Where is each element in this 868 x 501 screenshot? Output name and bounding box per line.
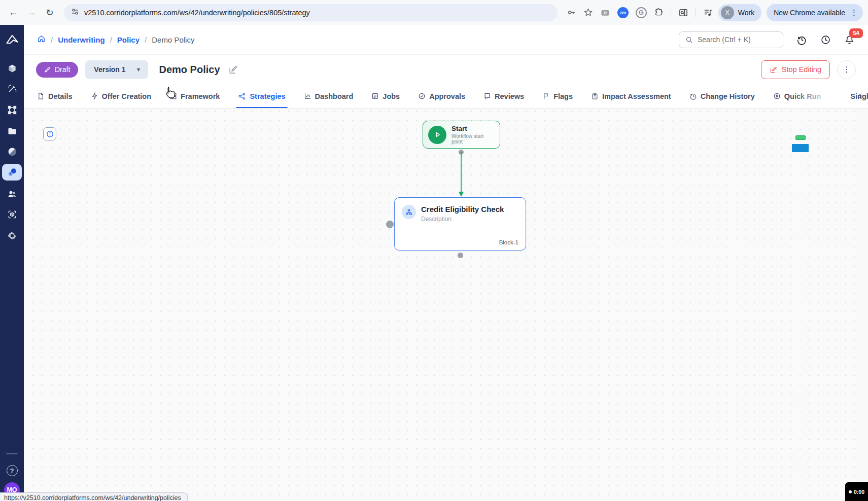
- review-icon: [483, 92, 491, 100]
- sidebar-item-strategies-active[interactable]: [0, 164, 24, 181]
- draft-pencil-icon: [44, 66, 51, 73]
- app-header: / Underwriting / Policy / Demo Policy Se…: [24, 25, 868, 55]
- play-circle-icon: [773, 92, 781, 100]
- recorder-elapsed: 0:00: [854, 489, 864, 495]
- block-node-bottom-handle[interactable]: [458, 253, 463, 258]
- help-icon: ?: [7, 465, 18, 476]
- chrome-update-button[interactable]: New Chrome available ⋮: [767, 4, 863, 21]
- camera-extension-icon[interactable]: [600, 8, 610, 18]
- clipboard-icon: [591, 92, 599, 100]
- notifications-button[interactable]: 54: [844, 34, 855, 45]
- tab-reviews[interactable]: Reviews: [483, 84, 524, 108]
- list-icon: [371, 92, 379, 100]
- tab-dashboard[interactable]: Dashboard: [304, 84, 354, 108]
- password-key-icon[interactable]: [567, 8, 576, 17]
- side-panel-icon[interactable]: [678, 8, 688, 18]
- canvas-info-button[interactable]: [43, 127, 56, 140]
- stop-editing-button[interactable]: Stop Editing: [761, 60, 830, 79]
- global-search-input[interactable]: Search (Ctrl + K): [679, 31, 783, 48]
- sidebar-item-files[interactable]: [0, 123, 24, 139]
- sidebar-divider: [6, 453, 18, 454]
- browser-reload-button[interactable]: ↻: [42, 5, 58, 21]
- address-bar[interactable]: v2510.corridorplatforms.com/ws/42/underw…: [64, 4, 558, 21]
- edit-icon: [770, 66, 777, 74]
- tabs-overflow-fade: [792, 84, 848, 108]
- help-button[interactable]: ?: [0, 463, 24, 478]
- breadcrumb-underwriting[interactable]: Underwriting: [58, 35, 105, 44]
- search-icon: [685, 36, 693, 44]
- draft-status-badge: Draft: [36, 62, 78, 78]
- tab-jobs[interactable]: Jobs: [371, 84, 400, 108]
- flag-icon: [542, 92, 550, 100]
- bolt-icon: [91, 92, 98, 100]
- site-settings-icon[interactable]: [71, 8, 79, 18]
- minimap-block-node[interactable]: [792, 144, 809, 152]
- document-icon: [37, 92, 45, 100]
- start-node-subtitle: Workflow start point: [452, 133, 495, 145]
- sidebar-item-users[interactable]: [0, 186, 24, 202]
- browser-menu-icon[interactable]: ⋮: [850, 9, 858, 16]
- extensions-puzzle-icon[interactable]: [654, 8, 664, 17]
- page-title: Demo Policy: [159, 64, 220, 76]
- bookmark-star-icon[interactable]: [583, 8, 593, 17]
- policy-title-bar: Draft Version 1 ▼ Demo Policy Stop Editi…: [24, 55, 868, 84]
- screen-recorder-timer: 0:00: [845, 482, 868, 501]
- tab-offer-creation[interactable]: Offer Creation: [91, 84, 152, 108]
- browser-forward-button[interactable]: →: [23, 5, 40, 21]
- g-extension-icon[interactable]: G: [636, 7, 647, 18]
- profile-avatar: X: [721, 6, 734, 19]
- recent-activity-button[interactable]: [820, 34, 831, 45]
- breadcrumb-policy[interactable]: Policy: [117, 35, 140, 44]
- browser-profile-button[interactable]: X Work: [718, 4, 761, 21]
- sidebar-item-datasets[interactable]: [0, 60, 24, 77]
- grid-icon: [169, 92, 177, 100]
- version-selector[interactable]: Version 1 ▼: [85, 60, 148, 79]
- sidebar-item-frameworks[interactable]: [0, 102, 24, 118]
- chart-icon: [304, 92, 311, 100]
- sidebar-item-automation[interactable]: [0, 81, 24, 97]
- tab-details[interactable]: Details: [37, 84, 73, 108]
- url-text[interactable]: v2510.corridorplatforms.com/ws/42/underw…: [84, 9, 310, 17]
- more-options-button[interactable]: ⋮: [837, 60, 856, 79]
- tab-framework[interactable]: Framework: [169, 84, 220, 108]
- search-placeholder: Search (Ctrl + K): [698, 35, 751, 44]
- minimap-start-node[interactable]: [795, 135, 806, 140]
- start-node[interactable]: Start Workflow start point: [423, 121, 500, 149]
- block-node-title: Credit Eligibility Check: [421, 205, 504, 213]
- chrome-update-label: New Chrome available: [774, 9, 845, 17]
- strategy-canvas[interactable]: Start Workflow start point Credit Eligib…: [24, 109, 868, 501]
- tab-impact-assessment[interactable]: Impact Assessment: [591, 84, 671, 108]
- notification-count-badge: 54: [849, 28, 863, 38]
- media-controls-icon[interactable]: [703, 8, 713, 18]
- breadcrumb: / Underwriting / Policy / Demo Policy: [37, 34, 194, 45]
- recorder-dot-icon: [849, 490, 852, 493]
- sidebar-item-settings[interactable]: [0, 228, 24, 244]
- change-history-icon: [689, 92, 697, 100]
- zm-extension-icon[interactable]: zm: [617, 7, 629, 18]
- block-node-left-handle[interactable]: [386, 221, 394, 228]
- tab-flags[interactable]: Flags: [542, 84, 573, 108]
- tab-change-history[interactable]: Change History: [689, 84, 755, 108]
- credit-eligibility-check-node[interactable]: Credit Eligibility Check Description Blo…: [394, 197, 526, 251]
- block-hierarchy-icon: [402, 205, 416, 219]
- corridor-logo[interactable]: [0, 29, 24, 50]
- chevron-down-icon: ▼: [136, 66, 142, 73]
- history-button[interactable]: [796, 34, 807, 45]
- sidebar-item-analytics[interactable]: [0, 144, 24, 160]
- breadcrumb-current: Demo Policy: [152, 35, 194, 44]
- block-node-tag: Block-1: [499, 239, 518, 245]
- start-node-title: Start: [452, 125, 495, 132]
- edit-title-button[interactable]: [228, 65, 238, 75]
- tabs-scroll-right-button[interactable]: ›: [859, 90, 862, 101]
- tab-strategies[interactable]: Strategies: [238, 84, 285, 108]
- browser-back-button[interactable]: ←: [5, 5, 21, 21]
- info-icon: [46, 130, 54, 138]
- strategy-network-icon: [238, 92, 246, 100]
- browser-link-preview: https://v2510.corridorplatforms.com/ws/4…: [0, 492, 188, 501]
- home-icon[interactable]: [37, 34, 46, 45]
- browser-toolbar: ← → ↻ v2510.corridorplatforms.com/ws/42/…: [0, 0, 868, 25]
- check-circle-icon: [418, 92, 426, 100]
- tab-approvals[interactable]: Approvals: [418, 84, 465, 108]
- app-sidebar: ? MQ: [0, 25, 24, 501]
- sidebar-item-model-registry[interactable]: [0, 206, 24, 223]
